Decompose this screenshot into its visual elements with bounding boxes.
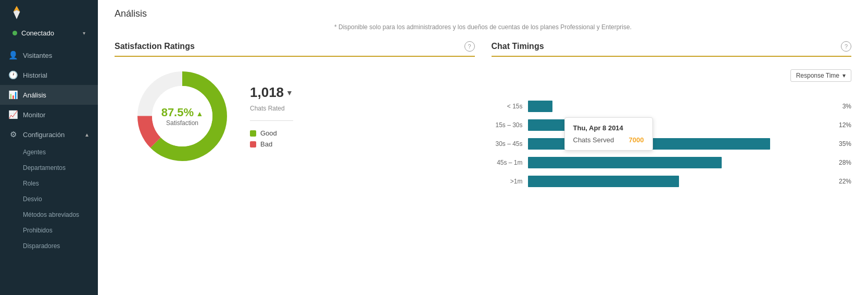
tooltip-date: Thu, Apr 8 2014	[573, 124, 644, 132]
main-content: Análisis * Disponible solo para los admi…	[98, 0, 868, 295]
legend-good: Good	[250, 129, 293, 137]
bar-pct: 35%	[839, 140, 851, 148]
bar-label: 45s – 1m	[492, 159, 523, 166]
bar	[528, 157, 722, 168]
configuracion-submenu: Agentes Departamentos Roles Desvio Métod…	[0, 144, 98, 254]
chat-timings-help-icon[interactable]: ?	[841, 41, 851, 52]
tooltip-row: Chats Served 7000	[573, 136, 644, 144]
app-logo-icon	[8, 4, 25, 21]
monitor-icon: 📈	[8, 110, 18, 119]
bar-container	[528, 101, 834, 112]
bar	[528, 119, 570, 131]
bad-dot	[250, 141, 256, 148]
chart-row: >1m 22%	[492, 176, 852, 187]
subitem-disparadores[interactable]: Disparadores	[0, 238, 98, 254]
bar-pct: 28%	[839, 159, 851, 166]
chevron-up-icon: ▲	[84, 132, 90, 138]
bar-label: < 15s	[492, 103, 523, 110]
satisfaction-stats: 1,018 ▼ Chats Rated Good Bad	[250, 84, 293, 148]
tooltip-key: Chats Served	[573, 136, 614, 144]
status-label: Conectado	[21, 29, 79, 37]
analisis-icon: 📊	[8, 90, 18, 100]
tooltip: Thu, Apr 8 2014 Chats Served 7000	[564, 117, 653, 151]
good-dot	[250, 130, 256, 137]
chart-row: 30s – 45s 35%	[492, 138, 852, 150]
chart-row: < 15s 3%	[492, 101, 852, 112]
timings-area: < 15s 3% 15s – 30s 12% 30s – 45s 35% 45s…	[492, 96, 852, 187]
status-button[interactable]: Conectado ▾	[4, 25, 94, 41]
page-title: Análisis	[115, 8, 851, 19]
subitem-agentes[interactable]: Agentes	[0, 144, 98, 160]
visitantes-icon: 👤	[8, 51, 18, 60]
satisfaction-title: Satisfaction Ratings	[115, 42, 195, 51]
subitem-desvio[interactable]: Desvio	[0, 191, 98, 207]
satisfaction-panel: Satisfaction Ratings ?	[115, 41, 475, 194]
subitem-metodos[interactable]: Métodos abreviados	[0, 207, 98, 223]
sidebar-item-label: Visitantes	[23, 52, 52, 59]
donut-percentage: 87.5% ▲	[161, 106, 204, 119]
sidebar: Conectado ▾ 👤 Visitantes 🕐 Historial 📊 A…	[0, 0, 98, 295]
chat-timings-panel: Chat Timings ? Response Time ▾ < 15s 3% …	[492, 41, 852, 194]
dropdown-chevron-icon: ▾	[842, 72, 846, 79]
chart-row: 15s – 30s 12%	[492, 119, 852, 131]
legend-bad: Bad	[250, 140, 293, 148]
sidebar-item-configuracion[interactable]: ⚙ Configuración ▲	[0, 125, 98, 144]
tooltip-value: 7000	[629, 136, 644, 144]
bar	[528, 176, 680, 187]
chat-timings-header: Chat Timings ?	[492, 41, 852, 57]
bar-pct: 12%	[839, 121, 851, 129]
divider	[250, 120, 293, 121]
chart-row: 45s – 1m 28%	[492, 157, 852, 168]
sidebar-item-label: Configuración	[23, 131, 65, 139]
down-arrow-icon: ▼	[286, 89, 293, 97]
chats-rated-label: Chats Rated	[250, 105, 293, 112]
sidebar-item-label: Historial	[23, 71, 47, 79]
bar-label: 30s – 45s	[492, 140, 523, 148]
timings-chart: < 15s 3% 15s – 30s 12% 30s – 45s 35% 45s…	[492, 96, 852, 187]
sidebar-item-analisis[interactable]: 📊 Análisis	[0, 85, 98, 105]
sidebar-item-historial[interactable]: 🕐 Historial	[0, 65, 98, 85]
status-dot	[12, 31, 17, 35]
dropdown-label: Response Time	[796, 72, 839, 79]
sidebar-item-monitor[interactable]: 📈 Monitor	[0, 105, 98, 125]
donut-chart: 87.5% ▲ Satisfaction	[135, 69, 229, 163]
bar-pct: 22%	[839, 178, 851, 185]
sidebar-item-label: Monitor	[23, 111, 45, 119]
bar-container	[528, 176, 831, 187]
logo	[0, 0, 98, 25]
legend: Good Bad	[250, 129, 293, 148]
bar-container	[528, 157, 831, 168]
historial-icon: 🕐	[8, 70, 18, 80]
satisfaction-header: Satisfaction Ratings ?	[115, 41, 475, 57]
subitem-prohibidos[interactable]: Prohibidos	[0, 223, 98, 238]
sidebar-nav: 👤 Visitantes 🕐 Historial 📊 Análisis 📈 Mo…	[0, 45, 98, 295]
donut-center: 87.5% ▲ Satisfaction	[161, 106, 204, 127]
sidebar-item-visitantes[interactable]: 👤 Visitantes	[0, 45, 98, 65]
chat-timings-title: Chat Timings	[492, 42, 544, 51]
satisfaction-content: 87.5% ▲ Satisfaction 1,018 ▼ Chats Rated	[115, 69, 475, 163]
bar-label: >1m	[492, 178, 523, 185]
chats-rated-number: 1,018 ▼	[250, 84, 293, 101]
panels: Satisfaction Ratings ?	[115, 41, 851, 194]
bar	[528, 101, 552, 112]
donut-label: Satisfaction	[161, 119, 204, 127]
gear-icon: ⚙	[8, 130, 18, 139]
bar-label: 15s – 30s	[492, 121, 523, 129]
subitem-roles[interactable]: Roles	[0, 176, 98, 191]
svg-marker-1	[14, 10, 20, 19]
response-time-dropdown[interactable]: Response Time ▾	[790, 69, 851, 82]
bar-pct: 3%	[842, 103, 851, 110]
subitem-departamentos[interactable]: Departamentos	[0, 160, 98, 176]
availability-note: * Disponible solo para los administrador…	[115, 23, 851, 31]
satisfaction-help-icon[interactable]: ?	[464, 41, 475, 52]
chevron-down-icon: ▾	[83, 30, 85, 36]
sidebar-item-label: Análisis	[23, 91, 46, 99]
